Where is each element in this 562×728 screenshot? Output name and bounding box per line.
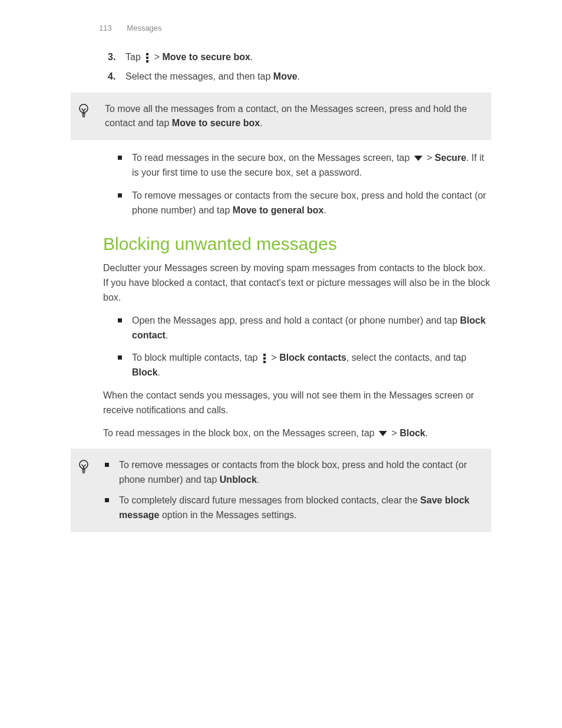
step-4: 4. Select the messages, and then tap Mov…: [103, 70, 491, 84]
bullet-list: To remove messages or contacts from the …: [105, 458, 480, 522]
dropdown-icon: [414, 156, 422, 161]
body-bold: Move to secure box: [172, 118, 260, 128]
body-paragraph: When the contact sends you messages, you…: [103, 388, 491, 418]
body-bold: Block contacts: [279, 353, 346, 363]
body-text: To block multiple contacts, tap: [132, 353, 260, 363]
overflow-menu-icon: [262, 354, 267, 363]
body-text: To remove messages or contacts from the …: [119, 460, 467, 485]
list-item: To block multiple contacts, tap > Block …: [118, 351, 491, 380]
step-text: Tap: [125, 52, 143, 62]
step-bold: Move: [273, 71, 297, 81]
numbered-steps: 3. Tap > Move to secure box. 4. Select t…: [103, 50, 491, 84]
body-bold: Unblock: [220, 475, 257, 485]
tip-box: To move all the messages from a contact,…: [71, 93, 491, 141]
body-text: To read messages in the secure box, on t…: [132, 153, 412, 163]
step-text: .: [297, 71, 300, 81]
intro-paragraph: Declutter your Messages screen by moving…: [103, 261, 491, 305]
step-number: 4.: [108, 70, 115, 84]
list-item: Open the Messages app, press and hold a …: [118, 314, 491, 343]
body-bold: Secure: [435, 153, 466, 163]
dropdown-icon: [379, 431, 387, 436]
body-text: >: [424, 153, 435, 163]
page-header: 113 Messages: [99, 24, 491, 32]
body-text: .: [257, 475, 259, 485]
overflow-menu-icon: [144, 53, 150, 62]
step-text: >: [151, 52, 162, 62]
body-text: To completely discard future messages fr…: [119, 495, 420, 505]
body-text: .: [158, 367, 160, 377]
section-name: Messages: [127, 24, 161, 32]
step-text: Select the messages, and then tap: [125, 71, 273, 81]
body-text: , select the contacts, and tap: [346, 353, 467, 363]
body-text: .: [324, 205, 326, 215]
list-item: To remove messages or contacts from the …: [118, 189, 491, 218]
body-text: Open the Messages app, press and hold a …: [132, 315, 460, 325]
step-number: 3.: [108, 50, 115, 65]
body-text: option in the Messages settings.: [160, 510, 297, 520]
body-bold: Block: [132, 367, 158, 377]
body-text: >: [389, 428, 399, 438]
body-text: To read messages in the block box, on th…: [103, 428, 377, 438]
step-bold: Move to secure box: [162, 52, 250, 62]
tip-box: To remove messages or contacts from the …: [71, 449, 491, 532]
bullet-list: To read messages in the secure box, on t…: [118, 151, 491, 218]
document-page: 113 Messages 3. Tap > Move to secure box…: [0, 0, 562, 566]
tip-text: To remove messages or contacts from the …: [97, 458, 480, 522]
body-text: .: [425, 428, 428, 438]
step-3: 3. Tap > Move to secure box.: [103, 50, 491, 65]
lightbulb-icon: [78, 103, 97, 121]
lightbulb-icon: [78, 459, 97, 477]
body-text: .: [166, 330, 168, 340]
list-item: To completely discard future messages fr…: [105, 493, 480, 523]
tip-text: To move all the messages from a contact,…: [97, 102, 480, 131]
list-item: To read messages in the secure box, on t…: [118, 151, 491, 180]
step-text: .: [250, 52, 253, 62]
body-bold: Move to general box: [233, 205, 324, 215]
body-text: .: [260, 118, 262, 128]
body-text: >: [269, 353, 279, 363]
bullet-list: Open the Messages app, press and hold a …: [118, 314, 491, 380]
body-paragraph: To read messages in the block box, on th…: [103, 426, 491, 441]
page-number: 113: [99, 24, 112, 32]
body-text: To move all the messages from a contact,…: [105, 104, 467, 129]
section-heading: Blocking unwanted messages: [103, 234, 491, 254]
list-item: To remove messages or contacts from the …: [105, 458, 480, 487]
body-bold: Block: [399, 428, 425, 438]
